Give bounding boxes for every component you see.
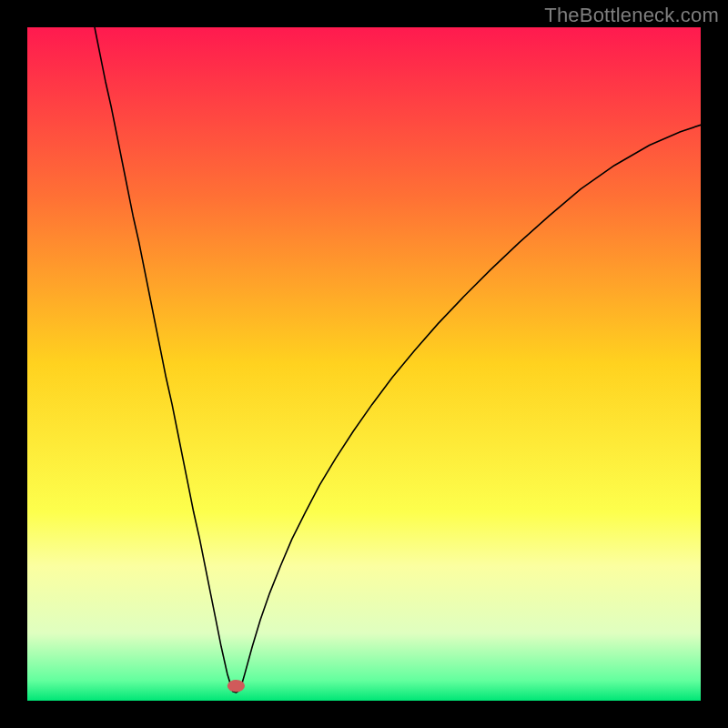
watermark-text: TheBottleneck.com bbox=[544, 4, 719, 27]
chart-svg bbox=[27, 27, 701, 701]
chart-frame: TheBottleneck.com bbox=[0, 0, 728, 728]
gradient-background bbox=[27, 27, 701, 701]
plot-area bbox=[27, 27, 701, 701]
optimal-point-marker bbox=[228, 680, 245, 692]
